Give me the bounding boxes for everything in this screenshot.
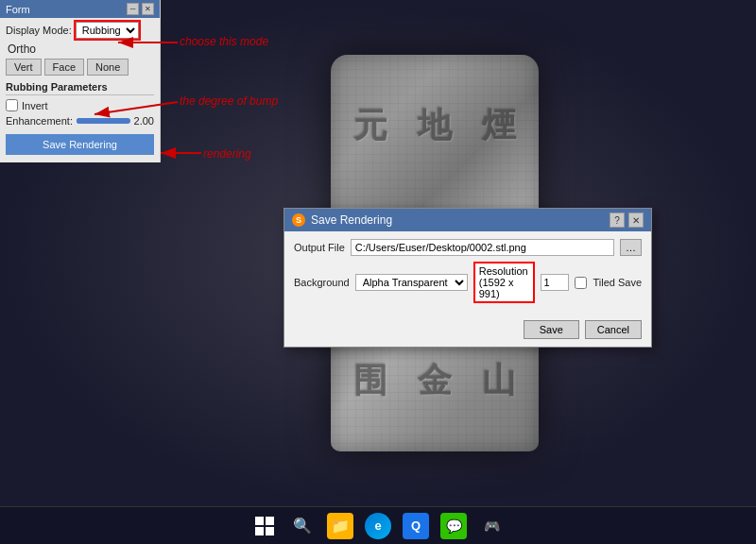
output-file-field[interactable]: C:/Users/Euser/Desktop/0002.stl.png: [351, 239, 614, 256]
panel-titlebar: Form ─ ✕: [0, 0, 160, 18]
stone-char-1: 元: [340, 64, 400, 187]
output-file-row: Output File C:/Users/Euser/Desktop/0002.…: [294, 239, 642, 256]
dialog-title-text: Save Rendering: [311, 213, 392, 227]
dialog-close-button[interactable]: ✕: [628, 212, 644, 228]
close-button[interactable]: ✕: [142, 3, 154, 15]
invert-row: Invert: [6, 99, 154, 111]
resolution-label: Resolution: [479, 265, 528, 277]
win-quad-1: [255, 517, 264, 525]
taskbar-folder-button[interactable]: 📁: [327, 513, 353, 539]
taskbar-q-button[interactable]: Q: [403, 513, 429, 539]
left-panel: Form ─ ✕ Display Mode: Rubbing Normal De…: [0, 0, 161, 162]
slider-fill: [77, 118, 106, 124]
invert-label: Invert: [22, 100, 48, 111]
enhancement-label: Enhancement:: [6, 115, 73, 127]
taskbar-edge-button[interactable]: e: [365, 513, 391, 539]
file-browse-button[interactable]: …: [620, 239, 642, 256]
dialog-controls: ? ✕: [610, 212, 644, 228]
invert-checkbox[interactable]: [6, 99, 18, 111]
vert-button[interactable]: Vert: [6, 59, 42, 76]
rubbing-params-header: Rubbing Parameters: [6, 81, 154, 95]
dialog-titlebar: S Save Rendering ? ✕: [284, 209, 651, 231]
face-button[interactable]: Face: [44, 59, 84, 76]
enhancement-slider[interactable]: [77, 118, 130, 124]
win-quad-2: [266, 517, 274, 525]
output-file-label: Output File: [294, 242, 345, 253]
stone-char-3: 煙: [470, 64, 529, 187]
dialog-app-icon: S: [292, 213, 305, 227]
none-button[interactable]: None: [87, 59, 129, 76]
display-mode-label: Display Mode:: [6, 25, 72, 36]
annotation-choose-mode: choose this mode: [180, 35, 268, 48]
titlebar-buttons: ─ ✕: [127, 3, 154, 15]
minimize-button[interactable]: ─: [127, 3, 139, 15]
tiled-label: Tiled Save: [593, 277, 642, 288]
resolution-field: Resolution (1592 x 991): [473, 262, 536, 303]
view-buttons: Vert Face None: [6, 59, 154, 76]
multiplier-input[interactable]: [541, 274, 569, 291]
panel-body: Display Mode: Rubbing Normal Depth Ortho…: [0, 18, 160, 162]
save-rendering-button[interactable]: Save Rendering: [6, 134, 154, 155]
settings-row: Background Alpha Transparent White Black…: [294, 262, 642, 303]
taskbar-wechat-button[interactable]: 💬: [440, 513, 467, 539]
enhancement-row: Enhancement: 2.00: [6, 115, 154, 127]
dialog-title-left: S Save Rendering: [292, 213, 392, 227]
dialog-save-button[interactable]: Save: [524, 320, 579, 339]
stone-char-2: 地: [404, 64, 464, 187]
annotation-rendering: rendering: [203, 147, 251, 161]
annotation-bump: the degree of bump: [180, 94, 278, 108]
alpha-select[interactable]: Alpha Transparent White Black: [355, 274, 468, 291]
ortho-label: Ortho: [6, 42, 154, 56]
save-rendering-dialog: S Save Rendering ? ✕ Output File C:/User…: [284, 208, 652, 348]
dialog-cancel-button[interactable]: Cancel: [585, 320, 642, 339]
taskbar-search-button[interactable]: 🔍: [289, 513, 316, 539]
dialog-help-button[interactable]: ?: [610, 212, 625, 228]
win-quad-3: [255, 527, 264, 536]
display-mode-select[interactable]: Rubbing Normal Depth: [76, 22, 139, 39]
panel-title: Form: [6, 4, 30, 15]
taskbar-windows-button[interactable]: [251, 513, 278, 539]
display-mode-row: Display Mode: Rubbing Normal Depth: [6, 22, 154, 39]
taskbar-more-button[interactable]: 🎮: [478, 513, 505, 539]
tiled-checkbox[interactable]: [575, 277, 587, 289]
taskbar: 🔍 📁 e Q 💬 🎮: [0, 506, 756, 544]
background-label: Background: [294, 277, 350, 288]
win-quad-4: [266, 527, 274, 536]
dialog-footer: Save Cancel: [284, 316, 651, 347]
enhancement-value: 2.00: [134, 115, 154, 127]
windows-logo: [255, 517, 274, 536]
dialog-body: Output File C:/Users/Euser/Desktop/0002.…: [284, 231, 651, 316]
